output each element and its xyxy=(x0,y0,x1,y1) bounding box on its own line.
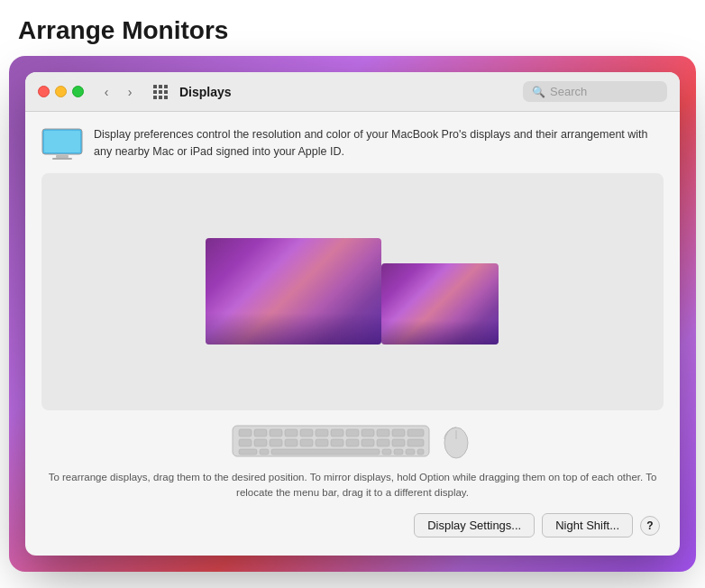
svg-rect-27 xyxy=(392,439,405,446)
help-button[interactable]: ? xyxy=(640,516,660,536)
svg-rect-35 xyxy=(417,449,424,455)
title-bar: ‹ › Displays 🔍 Search xyxy=(25,72,680,112)
svg-rect-2 xyxy=(56,155,69,158)
svg-rect-12 xyxy=(346,429,359,436)
svg-rect-7 xyxy=(270,429,282,436)
system-preferences-window: ‹ › Displays 🔍 Search xyxy=(25,72,680,556)
bottom-bar: Display Settings... Night Shift... ? xyxy=(41,513,664,541)
display-macbook[interactable] xyxy=(381,263,499,345)
close-button[interactable] xyxy=(38,86,50,97)
svg-rect-6 xyxy=(254,429,267,436)
svg-rect-20 xyxy=(285,439,298,446)
maximize-button[interactable] xyxy=(72,86,84,97)
svg-rect-11 xyxy=(331,429,343,436)
info-text: Display preferences control the resoluti… xyxy=(94,126,664,161)
svg-rect-19 xyxy=(270,439,282,446)
monitor-icon xyxy=(41,128,83,161)
svg-rect-13 xyxy=(362,429,374,436)
svg-rect-28 xyxy=(407,439,424,446)
search-placeholder: Search xyxy=(550,85,587,98)
arrangement-area[interactable]: CG279X xyxy=(41,173,664,410)
svg-rect-17 xyxy=(239,439,252,446)
svg-rect-16 xyxy=(407,429,424,436)
search-bar[interactable]: 🔍 Search xyxy=(523,81,667,102)
monitor-screen-left xyxy=(381,263,499,345)
svg-rect-33 xyxy=(394,449,403,455)
svg-rect-23 xyxy=(331,439,343,446)
svg-rect-24 xyxy=(346,439,359,446)
svg-rect-15 xyxy=(392,429,405,436)
peripherals-area xyxy=(41,421,664,461)
svg-rect-32 xyxy=(382,449,391,455)
svg-rect-10 xyxy=(316,429,328,436)
svg-rect-21 xyxy=(300,439,313,446)
svg-rect-29 xyxy=(239,449,257,455)
display-settings-button[interactable]: Display Settings... xyxy=(414,513,535,537)
svg-rect-34 xyxy=(406,449,415,455)
svg-rect-1 xyxy=(44,131,80,152)
keyboard-icon xyxy=(232,425,430,457)
svg-rect-8 xyxy=(285,429,298,436)
gradient-background: ‹ › Displays 🔍 Search xyxy=(9,56,696,572)
svg-rect-22 xyxy=(316,439,328,446)
window-title: Displays xyxy=(179,85,232,99)
instructions-text: To rearrange displays, drag them to the … xyxy=(41,470,664,501)
svg-rect-14 xyxy=(377,429,389,436)
displays-container: CG279X xyxy=(207,238,499,345)
content-area: Display preferences control the resoluti… xyxy=(25,112,680,556)
svg-rect-25 xyxy=(362,439,374,446)
svg-rect-9 xyxy=(300,429,313,436)
back-button[interactable]: ‹ xyxy=(96,82,116,102)
info-banner: Display preferences control the resoluti… xyxy=(41,126,664,161)
traffic-lights xyxy=(38,86,84,97)
svg-rect-30 xyxy=(260,449,269,455)
forward-button[interactable]: › xyxy=(120,82,140,102)
display-cg279x[interactable]: CG279X xyxy=(206,238,381,345)
svg-rect-31 xyxy=(271,449,380,455)
monitor-screen-right xyxy=(206,238,381,345)
svg-rect-26 xyxy=(377,439,389,446)
svg-rect-3 xyxy=(52,158,72,160)
svg-rect-18 xyxy=(254,439,267,446)
page-title: Arrange Monitors xyxy=(0,0,705,56)
minimize-button[interactable] xyxy=(55,86,67,97)
grid-view-button[interactable] xyxy=(151,82,170,102)
mouse-icon xyxy=(439,421,473,461)
night-shift-button[interactable]: Night Shift... xyxy=(542,513,633,537)
search-icon: 🔍 xyxy=(532,86,545,98)
grid-icon xyxy=(153,85,168,99)
navigation-arrows: ‹ › xyxy=(96,82,140,102)
svg-rect-5 xyxy=(239,429,252,436)
